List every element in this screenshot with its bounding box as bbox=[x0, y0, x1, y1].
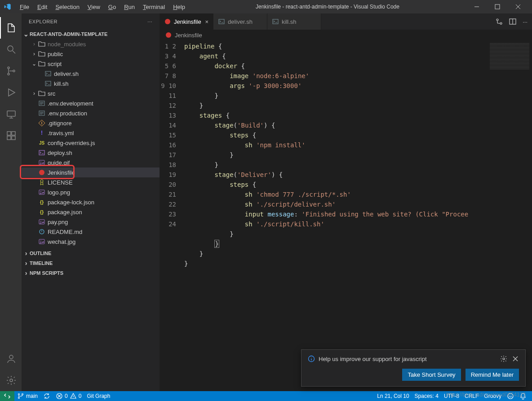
close-icon[interactable] bbox=[512, 355, 519, 362]
code-content[interactable]: pipeline { agent { docker { image 'node:… bbox=[184, 40, 487, 391]
file-LICENSE[interactable]: LICENSE bbox=[22, 177, 160, 187]
git-graph-button[interactable]: Git Graph bbox=[84, 393, 113, 399]
env-icon bbox=[38, 99, 46, 107]
svg-rect-7 bbox=[12, 132, 15, 135]
explorer-title: EXPLORER bbox=[29, 19, 58, 24]
project-section-header[interactable]: ⌄ REACT-ANTD-ADMIN-TEMPLATE bbox=[22, 29, 160, 39]
sync-button[interactable] bbox=[40, 392, 53, 400]
editor[interactable]: 1 2 3 4 5 6 7 8 9 10 11 12 13 14 15 16 1… bbox=[160, 40, 532, 391]
sh2-icon bbox=[38, 149, 46, 157]
chevron-down-icon: ⌄ bbox=[31, 61, 38, 67]
file--env-production[interactable]: .env.production bbox=[22, 108, 160, 118]
tree-item-label: .gitignore bbox=[48, 120, 71, 127]
folder-script[interactable]: ⌄script bbox=[22, 59, 160, 69]
activity-bar bbox=[0, 13, 22, 391]
info-icon bbox=[308, 355, 315, 362]
remote-indicator[interactable] bbox=[0, 391, 14, 401]
file-guide-gif[interactable]: guide.gif bbox=[22, 158, 160, 167]
menu-run[interactable]: Run bbox=[120, 2, 138, 12]
problems-indicator[interactable]: 0 0 bbox=[53, 392, 84, 400]
menu-edit[interactable]: Edit bbox=[34, 2, 51, 12]
menu-terminal[interactable]: Terminal bbox=[139, 2, 168, 12]
explorer-view-icon[interactable] bbox=[0, 17, 22, 39]
svg-rect-18 bbox=[39, 150, 44, 155]
svg-point-34 bbox=[500, 22, 502, 24]
chevron-right-icon: › bbox=[22, 250, 30, 257]
split-editor-icon[interactable] bbox=[509, 18, 516, 25]
tree-item-label: package-lock.json bbox=[48, 199, 94, 206]
menu-help[interactable]: Help bbox=[169, 2, 189, 12]
svg-rect-12 bbox=[45, 71, 51, 76]
more-icon[interactable]: ··· bbox=[147, 19, 152, 24]
file-package-lock-json[interactable]: {}package-lock.json bbox=[22, 197, 160, 207]
git-icon bbox=[38, 119, 46, 127]
search-view-icon[interactable] bbox=[0, 39, 22, 60]
file-wechat-jpg[interactable]: wechat.jpg bbox=[22, 237, 160, 247]
menu-selection[interactable]: Selection bbox=[52, 2, 83, 12]
img-icon bbox=[38, 188, 46, 196]
more-actions-icon[interactable]: ··· bbox=[523, 18, 528, 25]
file-deploy-sh[interactable]: deploy.sh bbox=[22, 148, 160, 158]
sidebar-header: EXPLORER ··· bbox=[22, 13, 160, 29]
remote-explorer-icon[interactable] bbox=[0, 103, 22, 125]
git-branch[interactable]: main bbox=[14, 392, 40, 400]
settings-gear-icon[interactable] bbox=[0, 370, 22, 391]
npm-scripts-section[interactable]: › NPM SCRIPTS bbox=[22, 268, 160, 278]
title-bar: FileEditSelectionViewGoRunTerminalHelp J… bbox=[0, 0, 532, 13]
file-deliver-sh[interactable]: deliver.sh bbox=[22, 69, 160, 79]
compare-changes-icon[interactable] bbox=[496, 18, 503, 25]
jenkins-icon bbox=[38, 168, 46, 176]
folder-src[interactable]: ›src bbox=[22, 88, 160, 98]
source-control-icon[interactable] bbox=[0, 60, 22, 82]
md-icon bbox=[38, 228, 46, 236]
menu-file[interactable]: File bbox=[16, 2, 33, 12]
tab-kill-sh[interactable]: kill.sh bbox=[267, 13, 321, 30]
file--travis-yml[interactable]: !.travis.yml bbox=[22, 128, 160, 138]
tree-item-label: .travis.yml bbox=[48, 130, 74, 137]
tree-item-label: node_modules bbox=[48, 41, 86, 48]
cursor-position[interactable]: Ln 21, Col 10 bbox=[374, 393, 412, 399]
folder-public[interactable]: ›public bbox=[22, 49, 160, 59]
extensions-icon[interactable] bbox=[0, 125, 22, 146]
file-pay-png[interactable]: pay.png bbox=[22, 217, 160, 227]
folder-icon bbox=[38, 50, 46, 58]
take-survey-button[interactable]: Take Short Survey bbox=[402, 369, 461, 381]
folder-node_modules[interactable]: ›node_modules bbox=[22, 39, 160, 49]
svg-point-39 bbox=[22, 394, 23, 395]
remind-later-button[interactable]: Remind Me later bbox=[466, 369, 519, 381]
project-name: REACT-ANTD-ADMIN-TEMPLATE bbox=[30, 31, 107, 37]
chevron-right-icon: › bbox=[31, 51, 38, 57]
minimap[interactable] bbox=[487, 40, 532, 391]
file-logo-png[interactable]: logo.png bbox=[22, 187, 160, 197]
sh-icon bbox=[218, 18, 225, 25]
jenkins-icon bbox=[164, 18, 171, 25]
file--gitignore[interactable]: .gitignore bbox=[22, 118, 160, 128]
timeline-section[interactable]: › TIMELINE bbox=[22, 258, 160, 268]
sh-icon bbox=[44, 70, 52, 78]
file-package-json[interactable]: {}package.json bbox=[22, 207, 160, 217]
breadcrumb[interactable]: Jenkinsfile bbox=[160, 30, 532, 40]
npm-label: NPM SCRIPTS bbox=[30, 270, 63, 276]
file-config-overrides-js[interactable]: JSconfig-overrides.js bbox=[22, 138, 160, 148]
tab-deliver-sh[interactable]: deliver.sh bbox=[213, 13, 267, 30]
indentation[interactable]: Spaces: 4 bbox=[412, 393, 441, 399]
outline-section[interactable]: › OUTLINE bbox=[22, 248, 160, 258]
minimize-button[interactable] bbox=[466, 0, 487, 13]
svg-rect-0 bbox=[495, 4, 500, 9]
menu-go[interactable]: Go bbox=[105, 2, 120, 12]
file-kill-sh[interactable]: kill.sh bbox=[22, 79, 160, 88]
account-icon[interactable] bbox=[0, 348, 22, 370]
tree-item-label: deploy.sh bbox=[48, 150, 72, 156]
file-README-md[interactable]: README.md bbox=[22, 227, 160, 237]
tab-Jenkinsfile[interactable]: Jenkinsfile× bbox=[160, 13, 213, 30]
gear-icon[interactable] bbox=[500, 355, 507, 362]
close-icon[interactable]: × bbox=[205, 18, 208, 25]
svg-rect-8 bbox=[7, 136, 11, 140]
maximize-button[interactable] bbox=[487, 0, 508, 13]
file--env-development[interactable]: .env.development bbox=[22, 98, 160, 108]
svg-rect-5 bbox=[7, 111, 15, 116]
run-debug-icon[interactable] bbox=[0, 82, 22, 103]
file-Jenkinsfile[interactable]: Jenkinsfile bbox=[22, 167, 160, 177]
close-button[interactable] bbox=[508, 0, 528, 13]
menu-view[interactable]: View bbox=[84, 2, 104, 12]
